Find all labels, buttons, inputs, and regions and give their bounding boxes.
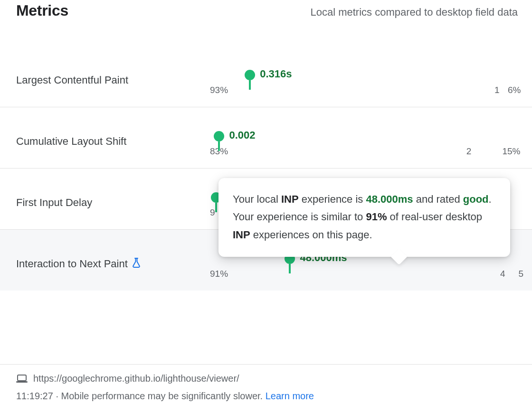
footer: https://googlechrome.github.io/lighthous…	[0, 364, 532, 413]
header-subtitle: Local metrics compared to desktop field …	[310, 6, 518, 19]
page-title: Metrics	[16, 2, 68, 19]
metric-name: Cumulative Layout Shift	[16, 135, 210, 148]
distribution-bar: 91%4548.000ms	[210, 255, 518, 272]
segment-label: 2	[465, 146, 471, 157]
value-marker: 0.002	[214, 131, 224, 151]
metric-row[interactable]: Cumulative Layout Shift83%215%0.002	[0, 107, 532, 168]
page-url: https://googlechrome.github.io/lighthous…	[33, 373, 239, 384]
tooltip-text: Your local INP experience is 48.000ms an…	[233, 193, 492, 241]
laptop-icon	[16, 374, 28, 384]
learn-more-link[interactable]: Learn more	[266, 391, 314, 401]
distribution-bar: 83%215%0.002	[210, 133, 518, 150]
segment-label: 83%	[210, 146, 462, 157]
tooltip-metric2: INP	[233, 229, 250, 241]
tooltip-metric: INP	[281, 193, 299, 205]
marker-ball	[214, 131, 224, 141]
segment-label: 4	[493, 269, 505, 279]
value-marker: 0.316s	[245, 70, 255, 90]
tooltip-rating: good	[463, 193, 489, 205]
distribution-bar: 93%16%0.316s	[210, 72, 518, 89]
metric-name: First Input Delay	[16, 197, 210, 209]
segment-label: 1	[494, 85, 500, 95]
time-row: 11:19:27 · Mobile performance may be sig…	[16, 391, 518, 402]
segment-label: 15%	[474, 146, 520, 157]
tooltip-value: 48.000ms	[366, 193, 413, 205]
url-row: https://googlechrome.github.io/lighthous…	[16, 373, 518, 384]
flask-icon	[132, 257, 141, 271]
metric-name: Largest Contentful Paint	[16, 74, 210, 86]
segment-label: 6%	[502, 85, 521, 95]
metric-tooltip: Your local INP experience is 48.000ms an…	[218, 178, 510, 257]
marker-ball	[245, 70, 255, 80]
timestamp: 11:19:27	[16, 391, 53, 401]
tooltip-percent: 91%	[366, 211, 387, 223]
perf-note: Mobile performance may be significantly …	[61, 391, 266, 401]
metric-value: 0.316s	[260, 68, 292, 80]
segment-label: 5	[508, 269, 523, 279]
svg-rect-0	[18, 375, 26, 381]
metrics-header: Metrics Local metrics compared to deskto…	[0, 0, 532, 19]
metric-value: 0.002	[229, 129, 255, 141]
metric-name: Interaction to Next Paint	[16, 257, 210, 271]
segment-label: 91%	[210, 269, 490, 279]
svg-rect-1	[16, 381, 28, 383]
metric-row[interactable]: Largest Contentful Paint93%16%0.316s	[0, 46, 532, 107]
